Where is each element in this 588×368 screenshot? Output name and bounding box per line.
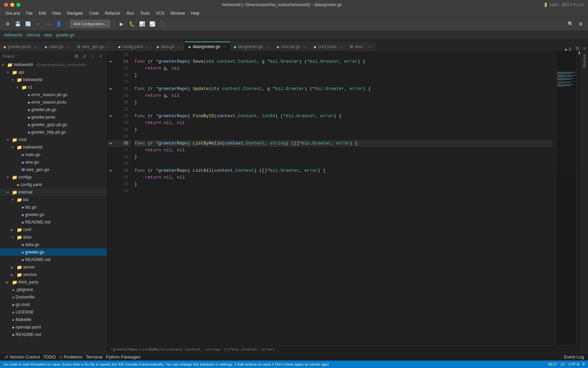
menu-refactor[interactable]: Refactor [102, 10, 123, 16]
menu-help[interactable]: Help [188, 10, 202, 16]
tab-problems[interactable]: ⚠ Problems [58, 353, 84, 361]
tree-biz[interactable]: ▼ 📁 biz [0, 196, 107, 203]
run-gutter-40[interactable]: ● [107, 167, 114, 174]
tree-data[interactable]: ▼ 📁 data [0, 233, 107, 241]
tab-main-go[interactable]: ◆ main.go × [41, 42, 74, 51]
menu-view[interactable]: View [49, 10, 64, 16]
menu-edit[interactable]: Edit [36, 10, 49, 16]
sync-btn[interactable]: 🔄 [24, 20, 32, 28]
more-tabs-btn[interactable]: ≡ [581, 46, 588, 51]
tab-python-packages[interactable]: Python Packages [104, 353, 142, 361]
back-btn[interactable]: ← [34, 20, 42, 28]
tree-makefile[interactable]: ● Makefile [0, 316, 107, 323]
project-icon-btn[interactable]: ⚙ [3, 20, 12, 28]
run-gutter-32[interactable]: ● [107, 113, 114, 120]
tab-wire[interactable]: W wire... × [346, 42, 376, 51]
minimize-button[interactable] [10, 3, 14, 7]
sidebar-settings-btn[interactable]: ⚙ [73, 53, 80, 60]
tab-data-go[interactable]: ◆ data.go × [153, 42, 185, 51]
code-content[interactable]: func (r *greeterRepo) Save(ctx context.C… [131, 51, 556, 346]
tab-close-data-greeter-go[interactable]: × [222, 44, 227, 49]
tab-close-wire-gen[interactable]: × [106, 44, 111, 49]
tab-close-data-go[interactable]: × [176, 44, 181, 49]
tree-api[interactable]: ▼ 📁 api [0, 68, 107, 76]
breadcrumb-helloworld[interactable]: helloworld [4, 33, 22, 37]
add-configuration-button[interactable]: Add Configuration... [70, 20, 110, 28]
git-btn[interactable]: 👤 [54, 20, 63, 28]
menu-window[interactable]: Window [168, 10, 188, 16]
scrollbar[interactable] [576, 51, 581, 346]
tab-conf-proto[interactable]: ◆ conf.proto × [310, 42, 346, 51]
tab-close-conf-proto[interactable]: × [338, 44, 343, 49]
tree-conf[interactable]: ▶ 📁 conf [0, 226, 107, 233]
stop-btn[interactable]: ⬛ [158, 20, 166, 28]
sidebar-sort-btn[interactable]: ↕ [89, 53, 96, 60]
menu-run[interactable]: Run [124, 10, 137, 16]
tree-greeter-http[interactable]: ● greeter_http.pb.go [0, 128, 107, 136]
tree-cmd-helloworld[interactable]: ▼ 📁 helloworld [0, 143, 107, 151]
tab-greeter-proto[interactable]: ◆ greeter.proto × [0, 42, 41, 51]
tab-conf-pb-go[interactable]: ◆ conf.pb.go × [273, 42, 310, 51]
code-container[interactable]: 23 ● 24 25 26 [107, 51, 581, 346]
menu-goland[interactable]: GoLand [3, 10, 23, 16]
tree-main-go[interactable]: ● main.go [0, 151, 107, 158]
coverage-btn[interactable]: 📊 [138, 20, 146, 28]
tree-data-greeter[interactable]: ● greeter.go [0, 248, 107, 256]
run-btn[interactable]: ▶ [117, 20, 126, 28]
profile-btn[interactable]: 📈 [148, 20, 156, 28]
run-gutter-24[interactable]: ● [107, 58, 114, 65]
close-button[interactable] [4, 3, 8, 7]
tree-greeter-pb[interactable]: ● greeter.pb.go [0, 106, 107, 113]
tab-event-log[interactable]: Event Log [562, 353, 585, 361]
tab-wire-gen[interactable]: W wire_gen.go × [74, 42, 115, 51]
tree-biz-go[interactable]: ● biz.go [0, 203, 107, 211]
sidebar-collapse-btn[interactable]: ≡ [81, 53, 88, 60]
tab-close-wire[interactable]: × [368, 44, 372, 49]
menu-navigate[interactable]: Navigate [64, 10, 86, 16]
tab-terminal[interactable]: Terminal [84, 353, 104, 361]
tree-biz-greeter[interactable]: ● greeter.go [0, 211, 107, 218]
tree-root-readme[interactable]: ● README.md [0, 331, 107, 338]
tree-root[interactable]: ▼ 📁 helloworld ~/Downloads/whw_kratos/he… [0, 61, 107, 68]
tree-configs[interactable]: ▼ 📁 configs [0, 173, 107, 181]
tree-server[interactable]: ▶ 📁 server [0, 263, 107, 271]
tree-go-mod[interactable]: ● go.mod [0, 301, 107, 308]
breadcrumb-internal[interactable]: internal [27, 33, 40, 37]
tree-internal[interactable]: ▼ 📁 internal [0, 188, 107, 196]
run-gutter-28[interactable]: ● [107, 86, 114, 92]
tree-openapi[interactable]: ● openapi.yaml [0, 323, 107, 331]
tree-error-reason-pb[interactable]: ● error_reason.pb.go [0, 91, 107, 98]
tree-error-reason-proto[interactable]: ● error_reason.proto [0, 98, 107, 106]
tree-wire-gen-go[interactable]: W wire_gen.go [0, 166, 107, 173]
breadcrumb-file[interactable]: greeter.go [56, 33, 75, 37]
tree-greeter-proto[interactable]: ● greeter.proto [0, 113, 107, 121]
breadcrumb-data[interactable]: data [44, 33, 52, 37]
menu-vcs[interactable]: VCS [153, 10, 167, 16]
tab-close-main-go[interactable]: × [65, 44, 70, 49]
editor-area[interactable]: 23 ● 24 25 26 [107, 51, 581, 353]
tab-close-greeter-proto[interactable]: × [33, 44, 37, 49]
tree-data-readme[interactable]: ● README.md [0, 256, 107, 263]
forward-btn[interactable]: → [44, 20, 52, 28]
tab-todo[interactable]: TODO [42, 353, 57, 361]
settings-btn[interactable]: ⚙ [576, 20, 585, 28]
menu-code[interactable]: Code [86, 10, 102, 16]
tree-v1[interactable]: ▼ 📁 v1 [0, 83, 107, 91]
status-lf[interactable]: LF [561, 362, 565, 366]
debug-btn[interactable]: 🐛 [128, 20, 136, 28]
tree-dockerfile[interactable]: ● Dockerfile [0, 293, 107, 301]
tree-helloworld[interactable]: ▼ 📁 helloworld [0, 76, 107, 83]
menu-tools[interactable]: Tools [137, 10, 152, 16]
tree-service[interactable]: ▶ 📁 service [0, 271, 107, 278]
status-indent[interactable]: 8 [583, 362, 585, 366]
maximize-button[interactable] [16, 3, 20, 7]
tree-gitignore[interactable]: ● .gitignore [0, 286, 107, 293]
tree-data-go[interactable]: ● data.go [0, 241, 107, 248]
search-everywhere-btn[interactable]: 🔍 [566, 20, 574, 28]
tree-wire-go[interactable]: ● wire.go [0, 158, 107, 166]
tree-biz-readme[interactable]: ● README.md [0, 218, 107, 226]
tab-data-greeter-go[interactable]: ◆ data/greeter.go × [185, 42, 230, 51]
alerts-btn[interactable]: ▲ 2 [561, 47, 574, 51]
status-line-col[interactable]: 36:27 [548, 362, 557, 366]
save-btn[interactable]: 💾 [14, 20, 22, 28]
